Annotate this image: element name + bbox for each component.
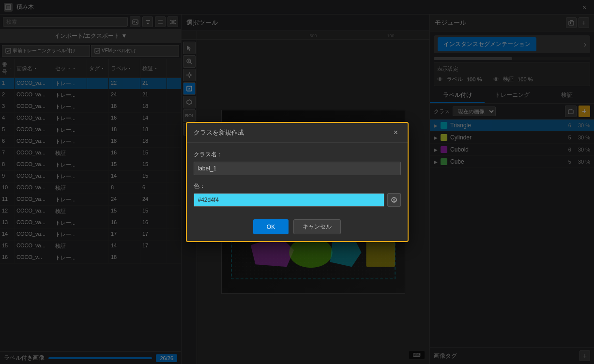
dialog-title: クラスを新規作成 <box>194 128 244 137</box>
class-name-label: クラス名： <box>194 151 401 159</box>
color-input-row <box>194 193 401 207</box>
svg-point-47 <box>393 201 395 202</box>
cancel-button[interactable]: キャンセル <box>293 219 341 234</box>
color-picker-button[interactable] <box>387 193 401 207</box>
color-input[interactable] <box>194 193 384 207</box>
dialog-header: クラスを新規作成 × <box>187 123 408 143</box>
color-label: 色： <box>194 182 401 190</box>
dialog-footer: OK キャンセル <box>187 214 408 241</box>
dialog-close-button[interactable]: × <box>391 128 401 137</box>
dialog-overlay: クラスを新規作成 × クラス名： 色： OK キャンセル <box>0 0 594 364</box>
class-name-input[interactable] <box>194 162 401 175</box>
ok-button[interactable]: OK <box>253 219 289 234</box>
create-class-dialog: クラスを新規作成 × クラス名： 色： OK キャンセル <box>186 122 409 242</box>
dialog-body: クラス名： 色： <box>187 143 408 214</box>
